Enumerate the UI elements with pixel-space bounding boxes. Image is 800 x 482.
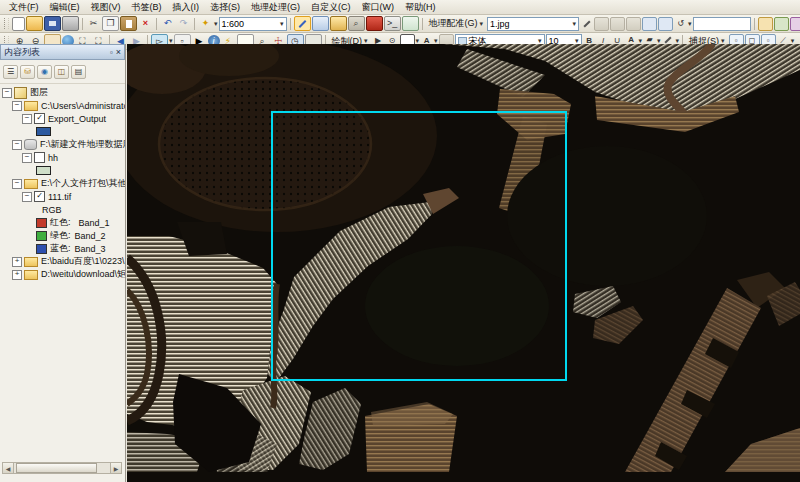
link-table-icon[interactable] (642, 17, 657, 31)
toc-title-bar[interactable]: 内容列表 ▫ × (0, 44, 125, 60)
add-data-icon[interactable]: ✦ (198, 17, 213, 30)
toc-horizontal-scrollbar[interactable]: ◀ ▶ (2, 462, 122, 474)
collapse-icon[interactable]: − (2, 88, 12, 98)
toc-band-red: 红色:Band_1 (2, 216, 125, 229)
toc-band-green: 绿色:Band_2 (2, 229, 125, 242)
collapse-icon[interactable]: − (22, 114, 32, 124)
cut-polygon-icon[interactable] (790, 17, 800, 31)
menu-insert[interactable]: 插入(I) (168, 0, 205, 15)
expand-icon[interactable]: + (12, 257, 22, 267)
catalog-window-icon[interactable] (330, 16, 347, 31)
toc-toolbar: ☰ ⛁ ◉ ◫ ▤ (0, 60, 125, 84)
toc-layer-export-output[interactable]: − ✓ Export_Output (2, 112, 125, 125)
scrollbar-thumb[interactable] (16, 463, 97, 473)
modelbuilder-icon[interactable] (402, 16, 419, 31)
python-window-icon[interactable]: >_ (384, 16, 401, 31)
collapse-icon[interactable]: − (12, 140, 22, 150)
save-icon[interactable] (44, 16, 61, 31)
toc-selection-icon[interactable]: ◫ (54, 65, 69, 79)
georef-tool-icon[interactable] (610, 17, 625, 31)
menu-view[interactable]: 视图(V) (86, 0, 126, 15)
toc-source-icon[interactable]: ⛁ (20, 65, 35, 79)
toc-close-icon[interactable]: × (116, 47, 121, 57)
redo-icon[interactable]: ↷ (176, 17, 191, 30)
folder-icon (24, 257, 38, 267)
toc-title: 内容列表 (4, 46, 40, 59)
toc-node-folder4[interactable]: + D:\weitu\download\矩形区域\Level (2, 268, 125, 281)
open-icon[interactable] (26, 16, 43, 31)
menu-geoprocessing[interactable]: 地理处理(G) (246, 0, 305, 15)
forest-shadow (507, 146, 707, 286)
toc-pin-icon[interactable]: ▫ (110, 48, 113, 57)
arctoolbox-icon[interactable] (366, 16, 383, 31)
layer-checkbox[interactable]: ✓ (34, 113, 45, 124)
map-view[interactable] (127, 44, 800, 482)
print-icon[interactable] (62, 16, 79, 31)
menu-bar: 文件(F) 编辑(E) 视图(V) 书签(B) 插入(I) 选择(S) 地理处理… (0, 0, 800, 15)
polygon-symbol-swatch[interactable] (36, 127, 51, 136)
scroll-left-icon[interactable]: ◀ (3, 463, 14, 473)
autoregister-icon[interactable] (594, 17, 609, 31)
menu-customize[interactable]: 自定义(C) (306, 0, 356, 15)
georef-layer-dropdown-icon[interactable]: ▾ (573, 20, 577, 28)
add-control-points-icon[interactable] (580, 18, 593, 30)
edit-vertices-icon[interactable] (758, 17, 773, 31)
expand-icon[interactable]: + (12, 270, 22, 280)
menu-file[interactable]: 文件(F) (4, 0, 44, 15)
editor-toolbar-toggle-icon[interactable] (294, 16, 311, 31)
table-of-contents-panel: 内容列表 ▫ × ☰ ⛁ ◉ ◫ ▤ − 图层 − C:\Users\Admin… (0, 44, 126, 482)
scale-dropdown-icon[interactable]: ▾ (280, 20, 284, 28)
polygon-symbol-swatch[interactable] (36, 166, 51, 175)
menu-help[interactable]: 帮助(H) (400, 0, 441, 15)
toc-node-folder3[interactable]: + E:\baidu百度\1\0223\ (2, 255, 125, 268)
forest-shadow (365, 246, 549, 366)
georef-layer-value: 1.jpg (490, 19, 570, 29)
menu-selection[interactable]: 选择(S) (205, 0, 245, 15)
menu-bookmarks[interactable]: 书签(B) (127, 0, 167, 15)
toc-symbol-export-output[interactable] (2, 125, 125, 138)
menu-window[interactable]: 窗口(W) (357, 0, 400, 15)
georef-tool2-icon[interactable] (626, 17, 641, 31)
geodatabase-icon (24, 139, 37, 150)
map-scale-value: 1:600 (222, 19, 278, 29)
new-document-icon[interactable] (12, 17, 25, 31)
paste-icon[interactable] (120, 16, 137, 31)
field-road (273, 284, 277, 408)
scroll-right-icon[interactable]: ▶ (110, 463, 121, 473)
toc-node-folder1[interactable]: − C:\Users\Administrator\Desktop\u (2, 99, 125, 112)
view-link-table-icon[interactable] (658, 17, 673, 31)
rotate-icon[interactable]: ↺ (674, 18, 687, 30)
georeferencing-menu[interactable]: 地理配准(G)▾ (426, 17, 487, 30)
add-data-dropdown[interactable]: ▾ (214, 20, 218, 28)
menu-edit[interactable]: 编辑(E) (45, 0, 85, 15)
green-band-chip (36, 231, 47, 241)
delete-icon[interactable]: × (138, 17, 153, 30)
layer-checkbox[interactable] (34, 152, 45, 163)
table-of-contents-window-icon[interactable] (312, 16, 329, 31)
toc-layer-111tif[interactable]: − ✓ 111.tif (2, 190, 125, 203)
toc-node-layers[interactable]: − 图层 (2, 86, 125, 99)
toc-node-gdb[interactable]: − F:\新建文件地理数据库.gdb (2, 138, 125, 151)
blue-band-chip (36, 244, 47, 254)
toc-visibility-icon[interactable]: ◉ (37, 65, 52, 79)
layer-checkbox[interactable]: ✓ (34, 191, 45, 202)
cut-icon[interactable]: ✂ (86, 17, 101, 30)
collapse-icon[interactable]: − (12, 179, 22, 189)
reshape-icon[interactable] (774, 17, 789, 31)
toolbar-grip[interactable] (4, 18, 9, 29)
toc-layer-hh[interactable]: − hh (2, 151, 125, 164)
georef-input[interactable] (693, 17, 751, 31)
toc-options-icon[interactable]: ▤ (71, 65, 86, 79)
search-window-icon[interactable]: ⌕ (348, 16, 365, 31)
toc-node-folder2[interactable]: − E:\个人文件打包\其他资料\百度\ssss (2, 177, 125, 190)
undo-icon[interactable]: ↶ (160, 17, 175, 30)
collapse-icon[interactable]: − (12, 101, 22, 111)
copy-icon[interactable]: ❐ (102, 16, 119, 31)
collapse-icon[interactable]: − (22, 192, 32, 202)
map-scale-combo[interactable]: 1:600 ▾ (219, 17, 287, 31)
toc-symbol-hh[interactable] (2, 164, 125, 177)
map-canvas[interactable] (127, 44, 800, 482)
collapse-icon[interactable]: − (22, 153, 32, 163)
toc-drawing-order-icon[interactable]: ☰ (3, 65, 18, 79)
georeferencing-layer-combo[interactable]: 1.jpg ▾ (487, 17, 579, 31)
